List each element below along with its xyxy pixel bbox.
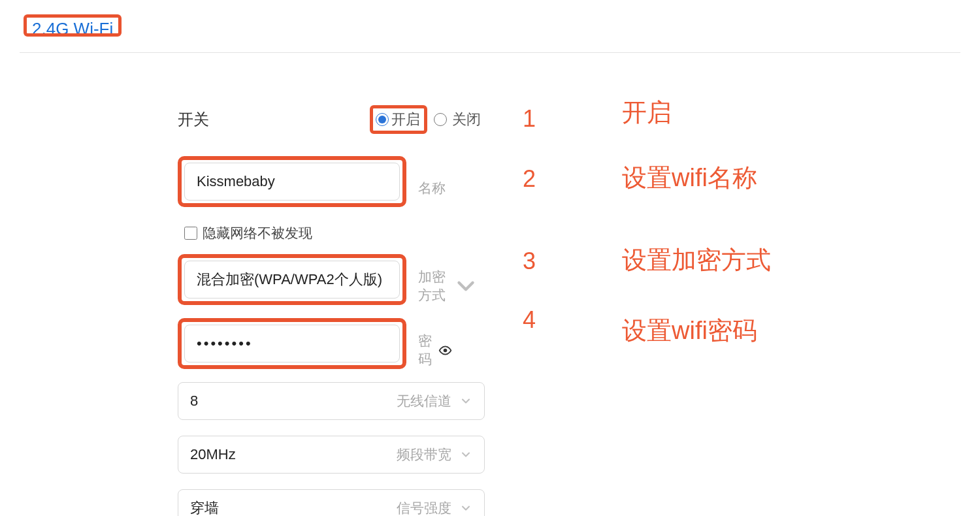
signal-value: 穿墙 xyxy=(190,498,390,516)
encryption-value: 混合加密(WPA/WPA2个人版) xyxy=(197,270,387,289)
hide-network-checkbox[interactable]: 隐藏网络不被发现 xyxy=(182,224,485,242)
switch-label: 开关 xyxy=(178,109,209,130)
hide-network-checkbox-input[interactable] xyxy=(184,227,197,240)
bandwidth-suffix-label: 频段带宽 xyxy=(397,445,451,464)
switch-off-radio[interactable] xyxy=(434,113,447,126)
channel-suffix-label: 无线信道 xyxy=(397,392,451,410)
annotation-box-encryption: 混合加密(WPA/WPA2个人版) xyxy=(178,254,406,305)
annotation-text-1: 开启 xyxy=(622,96,672,129)
ssid-value: Kissmebaby xyxy=(197,173,387,190)
switch-on-radio[interactable] xyxy=(376,113,389,126)
switch-on-text: 开启 xyxy=(391,110,420,129)
signal-select[interactable]: 穿墙 信号强度 xyxy=(178,489,485,516)
wifi-settings-form: 开关 开启 关闭 Kissmebaby 名称 隐藏网络不被发现 xyxy=(178,105,485,516)
chevron-down-icon xyxy=(459,502,472,515)
annotation-box-password: •••••••• xyxy=(178,318,406,369)
password-input[interactable]: •••••••• xyxy=(184,325,400,363)
ssid-suffix-label: 名称 xyxy=(418,179,446,197)
bandwidth-select[interactable]: 20MHz 频段带宽 xyxy=(178,436,485,474)
password-suffix-label: 密码 xyxy=(418,332,432,368)
eye-icon[interactable] xyxy=(438,344,452,357)
channel-select[interactable]: 8 无线信道 xyxy=(178,382,485,420)
switch-off-text: 关闭 xyxy=(452,110,481,129)
bandwidth-value: 20MHz xyxy=(190,446,390,463)
annotation-number-3: 3 xyxy=(523,248,536,275)
annotation-text-2: 设置wifi名称 xyxy=(622,161,757,195)
tab-2-4g-wifi[interactable]: 2.4G Wi-Fi xyxy=(32,20,113,37)
ssid-input[interactable]: Kissmebaby xyxy=(184,163,400,201)
annotation-number-2: 2 xyxy=(523,165,536,193)
password-value: •••••••• xyxy=(197,335,387,352)
tab-bar: 2.4G Wi-Fi xyxy=(0,0,980,40)
signal-suffix-label: 信号强度 xyxy=(397,499,451,516)
chevron-down-icon xyxy=(459,448,472,461)
annotation-box-title: 2.4G Wi-Fi xyxy=(24,14,122,37)
annotation-text-3: 设置加密方式 xyxy=(622,244,771,277)
annotation-box-ssid: Kissmebaby xyxy=(178,156,406,207)
annotation-number-1: 1 xyxy=(523,105,536,133)
annotation-box-switch-on: 开启 xyxy=(370,105,427,134)
hide-network-label: 隐藏网络不被发现 xyxy=(203,224,312,242)
encryption-select[interactable]: 混合加密(WPA/WPA2个人版) xyxy=(184,261,400,298)
channel-value: 8 xyxy=(190,393,390,410)
chevron-down-icon xyxy=(459,395,472,408)
annotation-text-4: 设置wifi密码 xyxy=(622,314,757,347)
switch-row: 开关 开启 关闭 xyxy=(178,105,485,134)
annotation-number-4: 4 xyxy=(523,306,536,334)
encryption-suffix-label: 加密方式 xyxy=(418,268,446,304)
divider xyxy=(20,52,960,53)
chevron-down-icon xyxy=(452,272,480,300)
svg-point-0 xyxy=(444,348,448,352)
